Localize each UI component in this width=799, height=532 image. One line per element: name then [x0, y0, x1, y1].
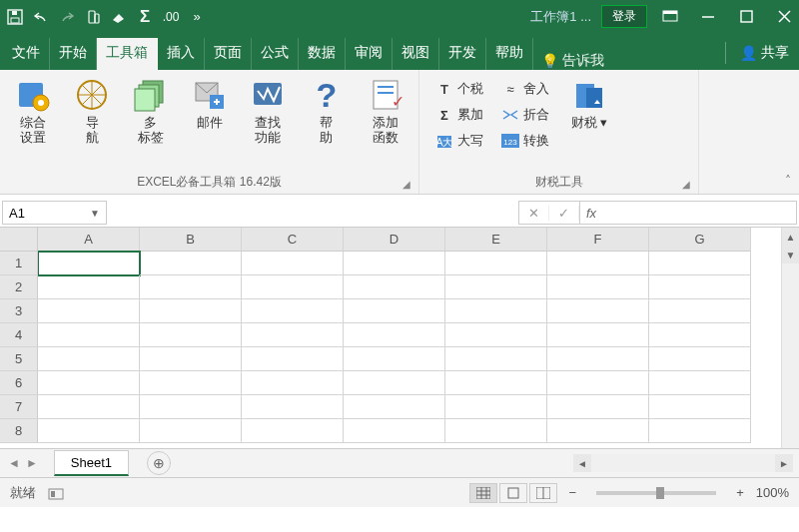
capital-button[interactable]: A大大写 — [431, 130, 487, 152]
cell[interactable] — [38, 371, 140, 395]
macro-icon[interactable] — [48, 486, 64, 500]
mail-button[interactable]: 邮件 — [182, 74, 237, 133]
cell[interactable] — [344, 395, 445, 419]
cell[interactable] — [344, 252, 445, 275]
cell[interactable] — [38, 275, 140, 299]
col-header[interactable]: D — [344, 228, 445, 252]
finance-button[interactable]: 财税 ▾ — [563, 74, 615, 133]
cell[interactable] — [649, 371, 751, 395]
cell[interactable] — [547, 347, 649, 371]
row-header[interactable]: 3 — [0, 299, 38, 323]
cell[interactable] — [140, 299, 242, 323]
tax-button[interactable]: T个税 — [431, 78, 487, 100]
cell[interactable] — [242, 275, 344, 299]
pagebreak-view-icon[interactable] — [529, 483, 557, 503]
help-button[interactable]: ?帮助 — [300, 74, 355, 148]
cell[interactable] — [547, 371, 649, 395]
row-header[interactable]: 8 — [0, 419, 38, 443]
cell[interactable] — [38, 323, 140, 347]
cell[interactable] — [344, 323, 445, 347]
cancel-formula-icon[interactable]: ✕ — [519, 206, 549, 221]
row-header[interactable]: 2 — [0, 275, 38, 299]
cell[interactable] — [547, 395, 649, 419]
cell[interactable] — [445, 323, 547, 347]
col-header[interactable]: B — [140, 228, 242, 252]
tab-insert[interactable]: 插入 — [158, 38, 205, 70]
zoom-slider[interactable] — [596, 491, 716, 495]
tab-home[interactable]: 开始 — [50, 38, 97, 70]
cell[interactable] — [547, 323, 649, 347]
zoom-in-icon[interactable]: + — [736, 485, 744, 500]
cell[interactable] — [344, 299, 445, 323]
cell[interactable] — [445, 299, 547, 323]
touch-icon[interactable] — [84, 8, 102, 26]
cell[interactable] — [445, 347, 547, 371]
cell[interactable] — [445, 371, 547, 395]
cell[interactable] — [344, 371, 445, 395]
tab-pagelayout[interactable]: 页面 — [205, 38, 252, 70]
cell[interactable] — [242, 299, 344, 323]
cell[interactable] — [649, 299, 751, 323]
tab-view[interactable]: 视图 — [393, 38, 439, 70]
formula-input[interactable]: fx — [579, 201, 797, 225]
cell[interactable] — [242, 252, 344, 275]
row-header[interactable]: 5 — [0, 347, 38, 371]
cell[interactable] — [38, 395, 140, 419]
multitab-button[interactable]: 多标签 — [123, 74, 178, 148]
tell-me[interactable]: 💡告诉我 — [541, 52, 604, 70]
cell[interactable] — [38, 419, 140, 443]
sheet-tab[interactable]: Sheet1 — [54, 450, 129, 476]
chevron-down-icon[interactable]: ▼ — [90, 208, 100, 219]
scroll-right-icon[interactable]: ► — [775, 458, 793, 469]
cell[interactable] — [445, 275, 547, 299]
sum-icon[interactable]: Σ — [136, 8, 154, 26]
cell[interactable] — [649, 252, 751, 275]
scroll-left-icon[interactable]: ◄ — [573, 458, 591, 469]
minimize-icon[interactable] — [699, 10, 717, 24]
cell[interactable] — [547, 419, 649, 443]
cell[interactable] — [445, 395, 547, 419]
cell[interactable] — [649, 275, 751, 299]
col-header[interactable]: C — [242, 228, 344, 252]
save-icon[interactable] — [6, 8, 24, 26]
redo-icon[interactable] — [58, 8, 76, 26]
cell[interactable] — [344, 275, 445, 299]
round-button[interactable]: ≈舍入 — [497, 78, 553, 100]
share-button[interactable]: 👤共享 — [715, 36, 799, 70]
cell[interactable] — [140, 347, 242, 371]
dialog-launcher-icon[interactable]: ◢ — [402, 179, 410, 190]
add-sheet-button[interactable]: ⊕ — [147, 451, 171, 475]
tab-dev[interactable]: 开发 — [439, 38, 486, 70]
select-all[interactable] — [0, 228, 38, 252]
cell[interactable] — [649, 419, 751, 443]
cell[interactable] — [140, 323, 242, 347]
tab-help[interactable]: 帮助 — [486, 38, 533, 70]
pagelayout-view-icon[interactable] — [499, 483, 527, 503]
settings-button[interactable]: 综合设置 — [6, 74, 61, 148]
cell-A1[interactable] — [38, 252, 140, 275]
ribbon-options-icon[interactable] — [661, 10, 679, 24]
cell[interactable] — [547, 252, 649, 275]
col-header[interactable]: E — [445, 228, 547, 252]
row-header[interactable]: 1 — [0, 252, 38, 275]
cell[interactable] — [242, 419, 344, 443]
cell[interactable] — [547, 299, 649, 323]
cell[interactable] — [445, 252, 547, 275]
horizontal-scrollbar[interactable]: ◄► — [573, 454, 793, 472]
cell[interactable] — [547, 275, 649, 299]
cell[interactable] — [344, 347, 445, 371]
tab-review[interactable]: 审阅 — [346, 38, 393, 70]
undo-icon[interactable] — [32, 8, 50, 26]
cell[interactable] — [649, 323, 751, 347]
accept-formula-icon[interactable]: ✓ — [549, 206, 579, 221]
convert-button[interactable]: 折合 — [497, 104, 553, 126]
row-header[interactable]: 6 — [0, 371, 38, 395]
collapse-ribbon-icon[interactable]: ˄ — [785, 174, 791, 188]
col-header[interactable]: F — [547, 228, 649, 252]
cell[interactable] — [445, 419, 547, 443]
cell[interactable] — [649, 347, 751, 371]
tab-formula[interactable]: 公式 — [252, 38, 299, 70]
zoom-out-icon[interactable]: − — [569, 485, 577, 500]
cell[interactable] — [140, 371, 242, 395]
scroll-up-icon[interactable]: ▲ — [782, 228, 799, 246]
